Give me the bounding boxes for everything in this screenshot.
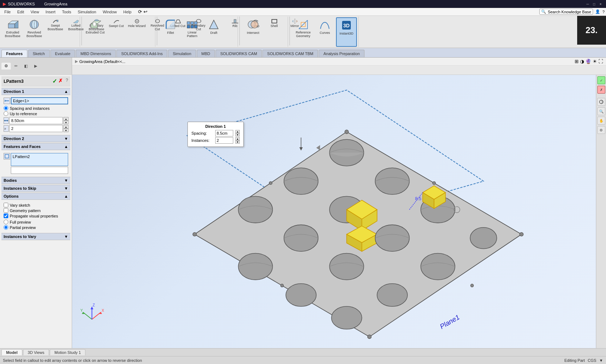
menu-window[interactable]: Window — [100, 9, 120, 15]
tab-mbd-dimensions[interactable]: MBD Dimensions — [76, 50, 116, 57]
search-bar[interactable]: 🔍 Search Knowledge Base — [539, 9, 593, 15]
shell-button[interactable]: Shell — [264, 18, 284, 32]
menu-help[interactable]: Help — [120, 9, 134, 15]
bodies-header[interactable]: Bodies ▼ — [1, 177, 70, 184]
ftab-features[interactable]: ⚙ — [1, 63, 11, 69]
callout-spacing-up[interactable]: ▲ — [235, 130, 240, 133]
features-empty-field[interactable] — [11, 167, 68, 174]
view-pan-button[interactable]: ✋ — [597, 117, 605, 125]
minimize-button[interactable]: ─ — [585, 1, 590, 6]
quick-icon-2[interactable]: ↩ — [143, 9, 147, 14]
view-options-button[interactable]: ⚙ — [597, 126, 605, 134]
view-zoom-button[interactable]: 🔍 — [597, 107, 605, 115]
extruded-boss-base-button[interactable]: Extruded Boss/Base — [2, 17, 23, 47]
cancel-button[interactable]: ✗ — [58, 78, 63, 85]
menu-view[interactable]: View — [28, 9, 42, 15]
callout-instances-input[interactable] — [215, 137, 233, 144]
tab-sketch[interactable]: Sketch — [28, 50, 50, 57]
edge-field[interactable] — [11, 97, 68, 104]
reject-button[interactable]: ✗ — [597, 86, 605, 94]
viewport[interactable]: Direction 1 Spacing: ▲ ▼ Instances: ▲ ▼ — [72, 75, 606, 348]
features-list-box[interactable]: LPattern2 — [11, 153, 68, 166]
maximize-button[interactable]: □ — [592, 1, 597, 6]
spacing-up[interactable]: ▲ — [63, 117, 68, 121]
user-icon[interactable]: 👤 — [595, 9, 600, 14]
menu-insert[interactable]: Insert — [43, 9, 58, 15]
extruded-cut-button[interactable]: Extruded Cut — [85, 17, 106, 47]
view-rotate-button[interactable] — [597, 98, 605, 106]
fillet-button[interactable]: Fillet — [160, 17, 181, 47]
instances-to-skip-header[interactable]: Instances to Skip ▼ — [1, 185, 70, 192]
toolbar: Extruded Boss/Base Revolved Boss/Base Sw… — [0, 16, 606, 48]
intersect-button[interactable]: Intersect — [243, 17, 264, 46]
callout-instances-spinner[interactable]: ▲ ▼ — [235, 137, 240, 144]
revolved-boss-base-button[interactable]: Revolved Boss/Base — [24, 17, 45, 47]
callout-instances-up[interactable]: ▲ — [235, 137, 240, 140]
direction2-header[interactable]: Direction 2 ▼ — [1, 135, 70, 142]
ftab-display[interactable]: ◧ — [21, 63, 31, 69]
curves-button[interactable]: Curves — [314, 17, 335, 47]
view-icon-2[interactable]: ◑ — [580, 59, 584, 64]
geometry-pattern-checkbox[interactable]: Geometry pattern — [4, 208, 68, 213]
cgs-dropdown[interactable]: ▼ — [599, 358, 603, 363]
callout-spacing-down[interactable]: ▼ — [235, 133, 240, 136]
features-faces-header[interactable]: Features and Faces ▲ — [1, 143, 70, 150]
tab-sw-cam[interactable]: SOLIDWORKS CAM — [216, 50, 262, 57]
tab-simulation[interactable]: Simulation — [168, 50, 196, 57]
instances-to-vary-header[interactable]: Instances to Vary ▼ — [1, 233, 70, 240]
swept-boss-button[interactable]: Swept Boss/Base — [45, 18, 65, 32]
svg-point-43 — [6, 120, 8, 121]
view-icon-5[interactable]: ⛶ — [598, 59, 603, 64]
ftab-sketch[interactable]: ✏ — [12, 63, 21, 69]
ftab-motion[interactable]: ▶ — [31, 63, 40, 69]
help-icon-top[interactable]: ? — [602, 10, 605, 14]
quick-icon-1[interactable]: ⟳ — [138, 9, 142, 14]
instances-up[interactable]: ▲ — [63, 125, 68, 129]
tab-motion-study[interactable]: Motion Study 1 — [50, 349, 85, 355]
callout-spacing-input[interactable] — [215, 130, 233, 136]
tab-features[interactable]: Features — [1, 50, 27, 57]
tab-3d-views[interactable]: 3D Views — [23, 349, 49, 355]
titlebar-controls[interactable]: ─ □ × — [585, 1, 603, 6]
up-to-reference-radio[interactable]: Up to reference — [4, 111, 68, 116]
tab-evaluate[interactable]: Evaluate — [50, 50, 75, 57]
view-icon-1[interactable]: ⊞ — [575, 59, 579, 64]
propagate-visual-checkbox[interactable]: Propagate visual properties — [4, 214, 68, 218]
help-button[interactable]: ? — [66, 78, 68, 85]
tab-model[interactable]: Model — [1, 349, 22, 355]
view-icon-4[interactable]: ☀ — [593, 59, 597, 64]
partial-preview-radio[interactable]: Partial preview — [4, 225, 68, 230]
menu-file[interactable]: File — [1, 9, 14, 15]
direction1-header[interactable]: Direction 1 ▲ — [1, 88, 70, 95]
lofted-boss-button[interactable]: Lofted Boss/Base — [66, 18, 86, 32]
instances-spinner[interactable]: ▲ ▼ — [63, 125, 68, 132]
linear-pattern-button[interactable]: Linear Pattern — [182, 17, 203, 47]
swept-cut-button[interactable]: Swept Cut — [106, 18, 126, 32]
menu-tools[interactable]: Tools — [59, 9, 74, 15]
hole-wizard-button[interactable]: Hole Wizard — [127, 18, 147, 32]
instances-down[interactable]: ▼ — [63, 129, 68, 132]
vary-sketch-checkbox[interactable]: Vary sketch — [4, 203, 68, 207]
ok-button[interactable]: ✓ — [52, 78, 57, 85]
menu-edit[interactable]: Edit — [14, 9, 27, 15]
spacing-spinner[interactable]: ▲ ▼ — [63, 117, 68, 124]
reference-geometry-button[interactable]: Reference Geometry — [293, 17, 314, 47]
spacing-input[interactable] — [9, 117, 63, 124]
view-icon-3[interactable]: 🔮 — [585, 59, 591, 64]
tab-sw-cam-tbm[interactable]: SOLIDWORKS CAM TBM — [262, 50, 318, 57]
callout-spacing-spinner[interactable]: ▲ ▼ — [235, 130, 240, 136]
full-preview-radio[interactable]: Full preview — [4, 220, 68, 224]
tab-mbd[interactable]: MBD — [197, 50, 215, 57]
draft-button[interactable]: Draft — [203, 17, 224, 47]
tab-solidworks-addins[interactable]: SOLIDWORKS Add-Ins — [116, 50, 167, 57]
menu-simulation[interactable]: Simulation — [75, 9, 99, 15]
accept-button[interactable]: ✓ — [597, 76, 605, 84]
spacing-instances-radio[interactable]: Spacing and instances — [4, 106, 68, 111]
instant3d-button[interactable]: 3D Instant3D — [336, 17, 357, 47]
instances-input[interactable] — [9, 125, 63, 132]
close-button[interactable]: × — [598, 1, 603, 6]
options-header[interactable]: Options ▲ — [1, 193, 70, 200]
tab-analysis[interactable]: Analysis Preparation — [319, 50, 364, 57]
spacing-down[interactable]: ▼ — [63, 121, 68, 124]
callout-instances-down[interactable]: ▼ — [235, 140, 240, 144]
